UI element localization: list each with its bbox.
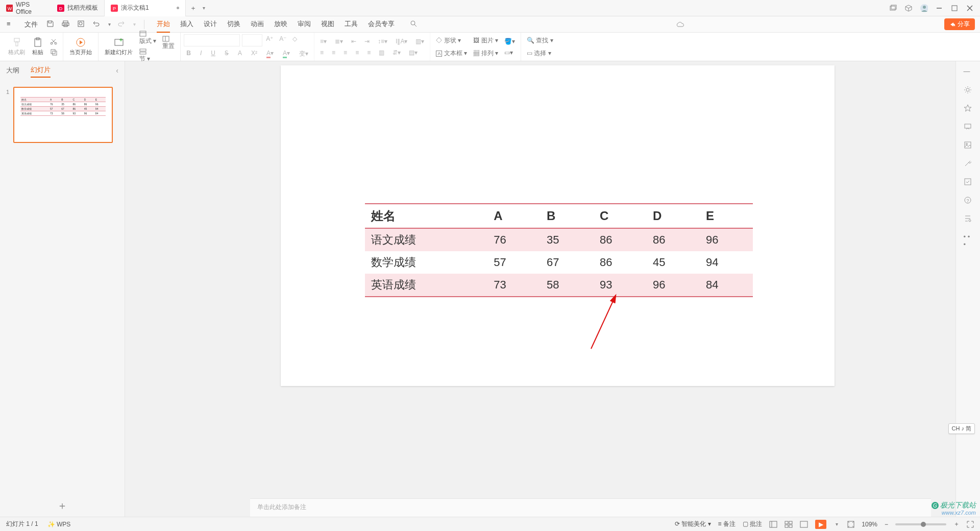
columns-icon[interactable]: ▥▾ [413, 37, 427, 46]
zoom-in-icon[interactable]: ＋ [953, 520, 960, 528]
textbox-button[interactable]: A 文本框 ▾ [433, 48, 470, 59]
font-family-select[interactable] [184, 34, 240, 46]
bullet-list-icon[interactable]: ≡▾ [317, 37, 329, 46]
maximize-button[interactable] [950, 4, 959, 12]
slide-thumbnail-1[interactable]: 姓名ABCDE 语文成绩7635868696 数学成绩5767864594 英语… [13, 87, 113, 143]
star-icon[interactable] [964, 104, 973, 113]
cube-icon[interactable] [904, 4, 913, 12]
more-icon[interactable]: • • • [964, 233, 973, 242]
menu-icon[interactable]: ≡ [7, 20, 16, 29]
copy-icon[interactable] [47, 47, 60, 57]
wps-mode[interactable]: ✨ WPS [47, 521, 71, 528]
print-preview-icon[interactable] [77, 20, 86, 29]
component-icon[interactable] [964, 178, 973, 187]
bold-icon[interactable]: B [184, 49, 193, 59]
cut-icon[interactable] [47, 37, 60, 46]
remarks-button[interactable]: ≡ 备注 [718, 520, 736, 528]
print-icon[interactable] [62, 20, 71, 29]
view-sorter-icon[interactable] [785, 521, 793, 528]
redo-dropdown-icon[interactable]: ▾ [131, 21, 138, 27]
increase-font-icon[interactable]: A⁺ [263, 34, 276, 46]
notes-pane[interactable]: 单击此处添加备注 [250, 498, 931, 517]
redo-icon[interactable] [117, 20, 127, 29]
share-button[interactable]: 分享 [944, 18, 975, 30]
th-name[interactable]: 姓名 [365, 204, 487, 228]
indent-right-icon[interactable]: ⇥ [362, 37, 372, 46]
th-d[interactable]: D [647, 204, 700, 228]
new-tab-button[interactable]: ＋ [186, 4, 201, 13]
spacing-icon[interactable]: ⇵▾ [390, 48, 403, 57]
format-brush-button[interactable]: 格式刷 [5, 35, 28, 59]
text-direction-icon[interactable]: I‖A▾ [393, 37, 410, 46]
slides-tab[interactable]: 幻灯片 [31, 65, 51, 78]
design-icon[interactable] [964, 214, 973, 224]
tab-document[interactable]: P 演示文稿1 [104, 0, 186, 16]
avatar-icon[interactable] [920, 4, 928, 12]
zoom-value[interactable]: 109% [862, 521, 877, 528]
zoom-out-icon[interactable]: − [885, 521, 888, 528]
superscript-icon[interactable]: X² [249, 49, 260, 59]
minimize-button[interactable] [935, 4, 943, 12]
slide-canvas[interactable]: 姓名 A B C D E 语文成绩7635868696 数学成绩57678645… [125, 61, 955, 517]
align-left-icon[interactable]: ≡ [317, 48, 326, 57]
slideshow-dropdown-icon[interactable]: ▾ [834, 521, 840, 527]
decrease-font-icon[interactable]: A⁻ [277, 34, 289, 46]
align-justify-icon[interactable]: ≡ [353, 48, 361, 57]
clear-format-icon[interactable]: ◇ [290, 34, 300, 46]
undo-icon[interactable] [92, 20, 102, 29]
save-icon[interactable] [46, 20, 56, 29]
more-para-icon[interactable]: ▤▾ [406, 48, 420, 57]
strike-icon[interactable]: S̶ [222, 49, 231, 59]
align-center-icon[interactable]: ≡ [329, 48, 338, 57]
ime-indicator[interactable]: CH ♪ 简 [948, 423, 975, 434]
shape-button[interactable]: ◇ 形状 ▾ [433, 35, 470, 46]
multi-window-icon[interactable] [889, 4, 897, 12]
zoom-slider[interactable] [895, 523, 946, 525]
add-slide-button[interactable]: ＋ [0, 495, 125, 517]
tab-dropdown-icon[interactable]: ▾ [201, 5, 207, 11]
fullscreen-icon[interactable] [967, 521, 974, 528]
undo-dropdown-icon[interactable]: ▾ [106, 21, 113, 27]
tab-design[interactable]: 设计 [204, 16, 217, 33]
new-slide-button[interactable]: 新建幻灯片 [102, 35, 136, 59]
font-color-icon[interactable]: A▾ [264, 49, 276, 59]
fit-window-icon[interactable] [847, 521, 854, 528]
layout-button[interactable]: 版式 ▾ [137, 30, 159, 46]
tab-transition[interactable]: 切换 [227, 16, 240, 33]
tools-icon[interactable] [964, 159, 973, 168]
highlight-icon[interactable]: A▾ [280, 49, 292, 59]
tab-review[interactable]: 审阅 [298, 16, 311, 33]
picture-button[interactable]: 🖼 图片 ▾ [471, 35, 501, 46]
tab-insert[interactable]: 插入 [180, 16, 193, 33]
beautify-button[interactable]: ⟳ 智能美化 ▾ [675, 520, 711, 528]
from-current-button[interactable]: 当页开始 [66, 35, 95, 59]
tab-slideshow[interactable]: 放映 [274, 16, 287, 33]
text-effect-icon[interactable]: 变▾ [297, 49, 311, 59]
file-menu[interactable]: 文件 [24, 20, 38, 29]
outline-tab[interactable]: 大纲 [6, 66, 19, 77]
presenter-icon[interactable] [964, 123, 973, 132]
tab-wps-home[interactable]: W WPS Office [0, 0, 51, 16]
align-right-icon[interactable]: ≡ [341, 48, 350, 57]
arrange-button[interactable]: ▦ 排列 ▾ [471, 48, 501, 59]
line-spacing-icon[interactable]: ↕≡▾ [375, 37, 390, 46]
close-button[interactable] [966, 4, 974, 12]
number-list-icon[interactable]: ≣▾ [332, 37, 346, 46]
cloud-icon[interactable] [675, 21, 684, 28]
view-normal-icon[interactable] [769, 521, 777, 528]
th-b[interactable]: B [541, 204, 594, 228]
text-a-icon[interactable]: A [235, 49, 244, 59]
minus-icon[interactable]: — [964, 67, 973, 77]
tab-view[interactable]: 视图 [321, 16, 334, 33]
help-icon[interactable]: ? [964, 196, 973, 205]
th-a[interactable]: A [487, 204, 541, 228]
slide-1[interactable]: 姓名 A B C D E 语文成绩7635868696 数学成绩57678645… [281, 65, 835, 386]
th-e[interactable]: E [700, 204, 753, 228]
indent-left-icon[interactable]: ⇤ [349, 37, 359, 46]
search-icon[interactable] [410, 20, 419, 29]
image-icon[interactable] [964, 141, 973, 150]
outline-icon[interactable]: ▭▾ [502, 48, 518, 57]
paste-button[interactable]: 粘贴 [29, 35, 46, 59]
find-button[interactable]: 🔍 查找 ▾ [524, 35, 556, 46]
slideshow-button[interactable]: ▶ [815, 520, 826, 529]
